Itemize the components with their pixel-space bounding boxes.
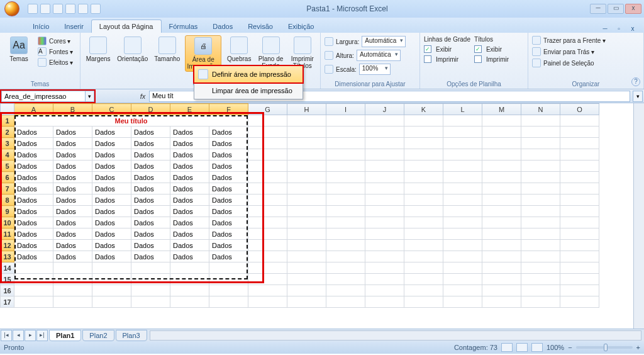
- col-header-C[interactable]: C: [92, 104, 131, 115]
- view-pagebreak-button[interactable]: [531, 343, 543, 352]
- cell[interactable]: [209, 274, 248, 285]
- cell[interactable]: [404, 115, 443, 127]
- cell[interactable]: [560, 240, 599, 251]
- cell[interactable]: Dados: [170, 127, 209, 138]
- cell[interactable]: [248, 138, 287, 149]
- cell[interactable]: [404, 274, 443, 285]
- cell[interactable]: [170, 274, 209, 285]
- imprimir-titulos-checkbox[interactable]: [474, 55, 482, 63]
- cell[interactable]: [521, 194, 560, 206]
- cell[interactable]: [326, 127, 365, 138]
- cell[interactable]: [443, 183, 482, 194]
- col-header-G[interactable]: G: [248, 104, 287, 115]
- exibir-titulos-checkbox[interactable]: ✓: [474, 45, 482, 53]
- cell[interactable]: [404, 217, 443, 228]
- close-button[interactable]: x: [625, 4, 641, 14]
- cell[interactable]: Dados: [131, 138, 170, 149]
- row-header-15[interactable]: 15: [1, 274, 14, 285]
- cell[interactable]: [482, 285, 521, 296]
- tab-exibicao[interactable]: Exibição: [280, 20, 322, 33]
- cell[interactable]: [365, 228, 404, 240]
- cell[interactable]: [53, 296, 92, 308]
- cell[interactable]: [326, 183, 365, 194]
- cell[interactable]: [365, 194, 404, 206]
- cell[interactable]: [404, 262, 443, 274]
- cell[interactable]: [326, 217, 365, 228]
- cell[interactable]: [443, 262, 482, 274]
- cell[interactable]: [365, 240, 404, 251]
- cell[interactable]: [248, 115, 287, 127]
- imprimir-grid-checkbox[interactable]: [424, 55, 431, 63]
- cell[interactable]: Dados: [131, 161, 170, 172]
- cell[interactable]: Dados: [53, 138, 92, 149]
- sheet-nav-first[interactable]: |◂: [1, 330, 12, 341]
- cell[interactable]: [521, 149, 560, 161]
- cell[interactable]: Dados: [170, 217, 209, 228]
- row-header-2[interactable]: 2: [1, 127, 14, 138]
- cell[interactable]: [443, 206, 482, 217]
- margens-button[interactable]: Margens: [84, 35, 112, 64]
- row-header-5[interactable]: 5: [1, 161, 14, 172]
- cell[interactable]: [287, 228, 326, 240]
- cell[interactable]: Dados: [53, 149, 92, 161]
- cell[interactable]: [287, 149, 326, 161]
- cell[interactable]: [92, 274, 131, 285]
- cell[interactable]: [170, 262, 209, 274]
- cell[interactable]: [521, 285, 560, 296]
- cell[interactable]: [521, 228, 560, 240]
- cell[interactable]: Dados: [131, 240, 170, 251]
- cell[interactable]: [326, 149, 365, 161]
- cell[interactable]: [560, 296, 599, 308]
- cell[interactable]: [482, 251, 521, 262]
- cell[interactable]: [404, 285, 443, 296]
- cell[interactable]: Dados: [92, 127, 131, 138]
- cell[interactable]: Dados: [209, 149, 248, 161]
- cell[interactable]: Dados: [131, 206, 170, 217]
- row-header-1[interactable]: 1: [1, 115, 14, 127]
- cell[interactable]: Dados: [14, 228, 53, 240]
- cell[interactable]: [248, 194, 287, 206]
- col-header-E[interactable]: E: [170, 104, 209, 115]
- cell[interactable]: [365, 183, 404, 194]
- cell[interactable]: [365, 285, 404, 296]
- cell[interactable]: Dados: [14, 172, 53, 183]
- cell[interactable]: Dados: [209, 240, 248, 251]
- cell[interactable]: [482, 296, 521, 308]
- col-header-B[interactable]: B: [53, 104, 92, 115]
- cell[interactable]: [482, 138, 521, 149]
- limpar-area-item[interactable]: Limpar área de impressão: [194, 82, 303, 99]
- sheet-tab-plan3[interactable]: Plan3: [116, 330, 147, 341]
- row-header-6[interactable]: 6: [1, 172, 14, 183]
- cell[interactable]: [404, 138, 443, 149]
- cell[interactable]: [482, 172, 521, 183]
- cell[interactable]: Dados: [131, 228, 170, 240]
- cell[interactable]: [482, 240, 521, 251]
- cell[interactable]: Dados: [170, 172, 209, 183]
- cell[interactable]: Dados: [14, 240, 53, 251]
- cell[interactable]: [287, 240, 326, 251]
- col-header-J[interactable]: J: [365, 104, 404, 115]
- cell[interactable]: Dados: [14, 194, 53, 206]
- doc-restore-icon[interactable]: ▫: [614, 24, 624, 33]
- cell[interactable]: [521, 240, 560, 251]
- cell[interactable]: [92, 285, 131, 296]
- cell[interactable]: [404, 183, 443, 194]
- cell[interactable]: Dados: [92, 138, 131, 149]
- tab-formulas[interactable]: Fórmulas: [162, 20, 206, 33]
- cell[interactable]: Dados: [92, 183, 131, 194]
- efeitos-button[interactable]: Efeitos ▾: [38, 58, 73, 67]
- cell[interactable]: Dados: [170, 194, 209, 206]
- row-header-8[interactable]: 8: [1, 194, 14, 206]
- cell[interactable]: Dados: [131, 127, 170, 138]
- cell[interactable]: [443, 115, 482, 127]
- cell[interactable]: [521, 138, 560, 149]
- qat-redo-icon[interactable]: [53, 4, 63, 14]
- cell[interactable]: [521, 127, 560, 138]
- cell[interactable]: [443, 217, 482, 228]
- cell[interactable]: [365, 206, 404, 217]
- cell[interactable]: [404, 240, 443, 251]
- zoom-slider[interactable]: [576, 346, 633, 349]
- cell[interactable]: [482, 262, 521, 274]
- name-box[interactable]: [1, 91, 86, 102]
- sheet-nav-last[interactable]: ▸|: [36, 330, 48, 341]
